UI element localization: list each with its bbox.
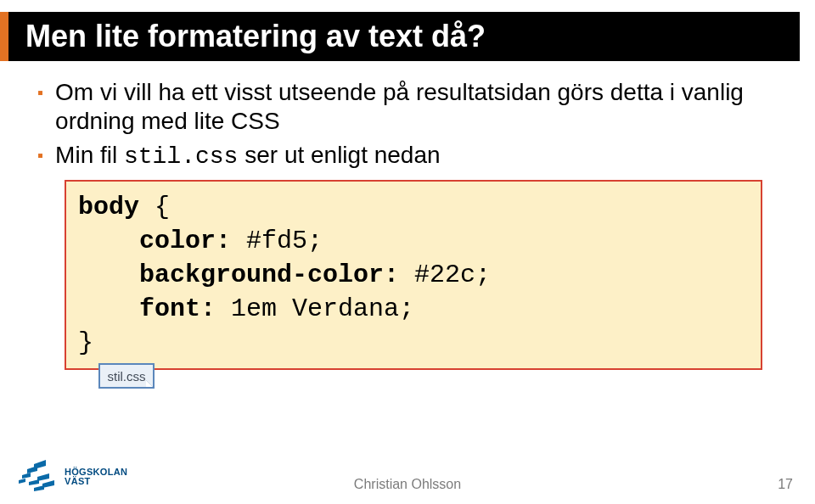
- slide-title: Men lite formatering av text då?: [25, 19, 486, 54]
- content-area: ▪ Om vi vill ha ett visst utseende på re…: [37, 78, 781, 370]
- title-bar: Men lite formatering av text då?: [0, 12, 815, 61]
- bullet-text: Min fil stil.css ser ut enligt nedan: [55, 141, 441, 171]
- bullet-text-before: Min fil: [55, 142, 124, 168]
- code-block: body { color: #fd5; background-color: #2…: [65, 180, 762, 370]
- bullet-item: ▪ Min fil stil.css ser ut enligt nedan: [37, 141, 781, 171]
- svg-marker-3: [34, 460, 46, 469]
- footer-author: Christian Ohlsson: [0, 477, 815, 492]
- footer-page-number: 17: [778, 477, 793, 492]
- file-name-tag: stil.css: [98, 363, 155, 389]
- bullet-marker-icon: ▪: [37, 78, 43, 107]
- bullet-text: Om vi vill ha ett visst utseende på resu…: [55, 78, 781, 136]
- bullet-marker-icon: ▪: [37, 141, 43, 170]
- file-name-label: stil.css: [108, 369, 146, 384]
- code-text: body { color: #fd5; background-color: #2…: [78, 190, 749, 360]
- inline-code: stil.css: [124, 143, 238, 170]
- title-accent: [0, 12, 8, 61]
- bullet-text-after: ser ut enligt nedan: [238, 142, 440, 168]
- bullet-item: ▪ Om vi vill ha ett visst utseende på re…: [37, 78, 781, 136]
